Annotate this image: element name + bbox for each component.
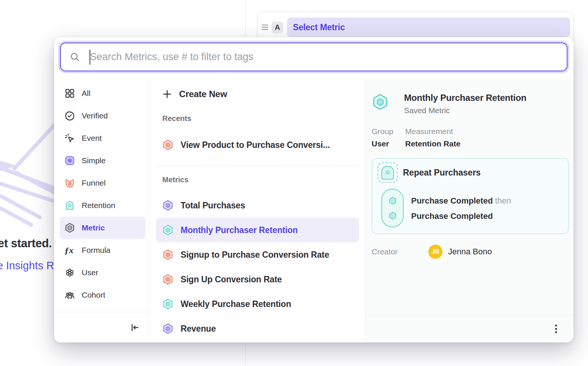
retention-icon [65,200,75,211]
sidebar-item-label: Retention [82,201,115,210]
retention-arch-shape [381,166,394,180]
list-item-label: Sign Up Conversion Rate [181,274,282,285]
metrics-section-label: Metrics [162,176,359,184]
metric-hexagon-icon [162,224,173,236]
funnel-icon [65,178,75,188]
filter-list: All Verified [54,78,149,312]
sidebar-item-all[interactable]: All [60,82,146,105]
definition-name: Repeat Purchasers [403,168,481,178]
step-connector: then [495,196,511,205]
creator-label: Creator [372,247,428,256]
sidebar-item-label: Funnel [82,179,106,187]
step-2-event: Purchase Completed [411,211,493,221]
metric-definition-card: Repeat Purchasers Purchase Completedthen [372,158,569,234]
list-item[interactable]: Weekly Purchase Retention [156,292,359,316]
detail-footer [365,315,573,342]
cohort-icon [65,290,75,300]
list-item-label: View Product to Purchase Conversi... [181,140,330,150]
measurement-label: Measurement [405,127,460,136]
sidebar-item-simple[interactable]: Simple [60,149,146,172]
measurement-column: Measurement Retention Rate [405,127,460,148]
sidebar-item-label: Metric [82,223,105,232]
step-hexagon-icon [388,211,398,221]
metric-hexagon-icon [65,223,75,233]
metric-hexagon-icon [162,200,173,211]
list-item-recent[interactable]: View Product to Purchase Conversi... [156,133,359,157]
sidebar-item-user[interactable]: User [60,261,146,284]
sidebar-item-label: Verified [82,111,108,120]
group-label: Group [372,127,405,136]
measurement-value: Retention Rate [405,139,460,148]
creator-name: Jenna Bono [448,247,492,257]
list-item-label: Revenue [181,324,216,334]
metric-hexagon-icon [162,298,173,310]
text-cursor [90,50,90,65]
picker-content: All Verified [54,78,573,342]
metric-hexagon-icon [162,249,173,260]
metric-hexagon-icon [162,274,173,285]
metric-hexagon-icon [162,139,173,151]
user-cluster-icon [65,267,75,278]
sidebar-item-label: User [82,268,98,277]
group-value: User [372,139,405,148]
list-item-label: Signup to Purchase Conversion Rate [181,250,329,260]
sidebar-item-funnel[interactable]: Funnel [60,172,146,194]
detail-meta: Group User Measurement Retention Rate [372,127,568,148]
sidebar-item-cohort[interactable]: Cohort [60,284,146,306]
sidebar-item-metric[interactable]: Metric [60,217,146,239]
metric-picker-modal: All Verified [54,37,573,342]
step-1-event: Purchase Completed [411,196,493,205]
grid-icon [65,88,75,99]
metric-hexagon-icon [162,323,173,334]
recents-section-label: Recents [162,114,359,123]
definition-step-2: Purchase Completed [411,211,493,221]
block-letter-badge[interactable]: A [272,22,283,33]
definition-step-1: Purchase Completedthen [411,196,511,206]
filter-sidebar: All Verified [54,78,149,342]
drag-handle-icon[interactable] [262,25,268,30]
list-item[interactable]: Total Purchases [156,193,359,218]
sidebar-item-retention[interactable]: Retention [60,194,146,217]
detail-header: Monthly Purchaser Retention Saved Metric [372,93,568,115]
simple-metric-icon [65,155,75,166]
avatar: JB [428,245,442,259]
create-new-button[interactable]: Create New [156,84,359,105]
list-item-label: Monthly Purchaser Retention [181,225,298,235]
search-input[interactable] [60,43,567,71]
sidebar-item-label: Simple [82,156,106,165]
step-hexagon-icon [388,196,398,206]
collapse-panel-icon[interactable] [129,323,139,332]
detail-titles: Monthly Purchaser Retention Saved Metric [404,93,526,115]
verified-badge-icon [65,111,75,121]
create-new-label: Create New [179,89,227,99]
formula-icon: ƒx [65,245,75,255]
list-item[interactable]: Revenue [156,316,359,341]
select-metric-button[interactable]: Select Metric [287,18,570,37]
search-icon [70,52,80,62]
sidebar-item-formula[interactable]: ƒx Formula [60,239,146,261]
event-cursor-icon [65,133,75,143]
sidebar-item-label: Cohort [82,291,105,300]
kebab-menu-icon[interactable] [553,322,559,335]
sidebar-item-label: All [82,89,90,98]
sidebar-item-verified[interactable]: Verified [60,105,146,127]
background-partial-link[interactable]: e Insights Re [0,260,60,272]
sidebar-item-label: Formula [82,246,110,255]
list-divider [156,165,359,166]
metric-list-column: Create New Recents View Product to Purch… [149,78,365,342]
list-item[interactable]: Signup to Purchase Conversion Rate [156,242,359,267]
creator-row: Creator JB Jenna Bono [372,245,568,259]
funnel-steps-capsule [381,189,404,227]
group-column: Group User [372,127,405,148]
sidebar-item-event[interactable]: Event [60,127,146,149]
sidebar-item-label: Event [82,134,102,143]
list-item-label: Weekly Purchase Retention [181,299,291,309]
detail-body: Monthly Purchaser Retention Saved Metric… [365,78,573,315]
sidebar-footer [54,312,149,342]
detail-subtitle: Saved Metric [404,106,526,115]
retention-icon [378,162,398,183]
detail-title: Monthly Purchaser Retention [404,93,526,103]
list-item[interactable]: Sign Up Conversion Rate [156,267,359,292]
metric-detail-panel: Monthly Purchaser Retention Saved Metric… [365,78,573,342]
list-item-selected[interactable]: Monthly Purchaser Retention [156,218,359,242]
